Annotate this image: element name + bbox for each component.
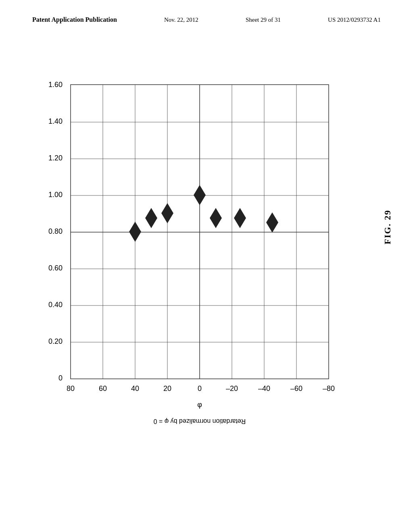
x-tick-100: 1.00 — [48, 191, 63, 199]
figure-label: FIG. 29 — [382, 210, 393, 244]
data-point-4 — [194, 185, 206, 205]
x-tick-160: 1.60 — [48, 81, 63, 89]
data-point-6 — [234, 208, 246, 228]
x-tick-140: 1.40 — [48, 117, 63, 125]
x-tick-080: 0.80 — [48, 227, 63, 235]
y-tick--40: –40 — [258, 384, 270, 393]
y-tick-80: 80 — [67, 384, 75, 393]
data-point-2 — [145, 208, 157, 228]
chart-figure-29: 80 60 40 20 0 –20 –40 –60 –80 φ 0 0.20 0… — [22, 64, 373, 443]
sheet-number: Sheet 29 of 31 — [246, 17, 281, 23]
publication-date: Nov. 22, 2012 — [164, 17, 198, 23]
x-tick-040: 0.40 — [48, 301, 63, 309]
chart-axes: 80 60 40 20 0 –20 –40 –60 –80 φ 0 0.20 0… — [48, 81, 335, 425]
y-tick-20: 20 — [163, 384, 171, 393]
x-axis-label: Retardation normalized by φ = 0 — [154, 418, 246, 425]
x-tick-020: 0.20 — [48, 337, 63, 345]
page-header: Patent Application Publication Nov. 22, … — [32, 16, 381, 23]
x-tick-060: 0.60 — [48, 264, 63, 272]
data-point-1 — [129, 222, 141, 242]
y-tick-60: 60 — [99, 384, 107, 393]
y-tick--80: –80 — [323, 384, 335, 393]
y-axis-label: φ — [197, 401, 202, 409]
y-tick-0: 0 — [198, 384, 202, 393]
y-tick-40: 40 — [131, 384, 139, 393]
patent-number: US 2012/0293732 A1 — [328, 17, 381, 23]
data-point-3 — [161, 203, 173, 223]
x-tick-0: 0 — [58, 374, 63, 382]
data-point-5 — [210, 208, 222, 228]
y-tick--60: –60 — [290, 384, 302, 393]
data-point-7 — [266, 212, 278, 233]
publication-title: Patent Application Publication — [32, 16, 117, 23]
y-tick--20: –20 — [226, 384, 238, 393]
x-tick-120: 1.20 — [48, 154, 63, 162]
